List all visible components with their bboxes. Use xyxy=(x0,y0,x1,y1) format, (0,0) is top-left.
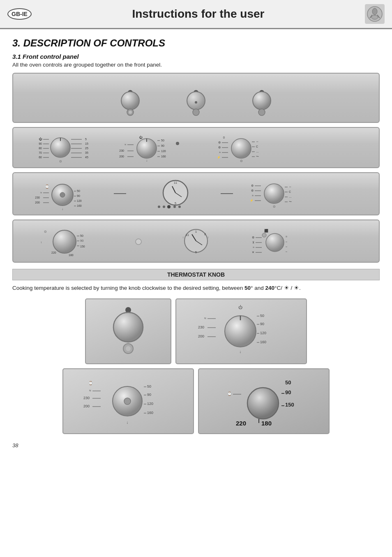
header-icon xyxy=(365,4,385,24)
svg-text:≈: ≈ xyxy=(125,143,126,146)
subsection-text: All the oven controls are grouped togeth… xyxy=(12,62,380,68)
svg-text:〜: 〜 xyxy=(256,155,259,158)
svg-point-136 xyxy=(136,239,141,245)
svg-text:⬛: ⬛ xyxy=(264,229,268,233)
svg-point-14 xyxy=(253,92,271,110)
svg-text:⚙: ⚙ xyxy=(251,184,254,187)
svg-text:…: … xyxy=(289,195,292,198)
control-panel-diagram-2: ⏻ 90 80 70 60 5 15 25 35 45 ⊙ xyxy=(12,127,380,168)
thermostat-image-4: ⌚ 50 90 150 220 180 xyxy=(198,368,330,434)
svg-point-204 xyxy=(247,388,279,419)
svg-text:≈: ≈ xyxy=(253,246,254,249)
svg-text:⚡: ⚡ xyxy=(250,199,254,202)
svg-text:⚙: ⚙ xyxy=(252,236,254,239)
svg-text:⏻: ⏻ xyxy=(39,137,42,141)
svg-text:60: 60 xyxy=(39,156,42,159)
svg-text:↑: ↑ xyxy=(41,241,42,244)
svg-point-15 xyxy=(258,109,265,116)
svg-text:≈: ≈ xyxy=(252,194,254,197)
svg-text:=: = xyxy=(286,235,287,238)
svg-text:180: 180 xyxy=(69,254,74,257)
svg-text:〜: 〜 xyxy=(289,200,292,203)
page-number: 38 xyxy=(12,442,380,448)
svg-text:230: 230 xyxy=(83,396,90,400)
svg-text:220: 220 xyxy=(236,420,246,427)
svg-text:160: 160 xyxy=(161,155,166,158)
svg-text:5: 5 xyxy=(195,251,197,254)
svg-text:C: C xyxy=(289,190,291,193)
svg-text:160: 160 xyxy=(260,340,266,344)
svg-text:⊙: ⊙ xyxy=(59,159,62,163)
svg-text:15: 15 xyxy=(85,142,88,145)
svg-text:⏻: ⏻ xyxy=(139,136,143,139)
svg-point-2 xyxy=(371,15,378,19)
page-header: GB-IE Instructions for the user xyxy=(0,0,392,29)
section-title: 3. DESCRIPTION OF CONTROLS xyxy=(12,37,380,49)
svg-text:230: 230 xyxy=(35,196,40,199)
country-logo: GB-IE xyxy=(7,8,32,20)
svg-text:⚙: ⚙ xyxy=(251,189,254,192)
svg-point-105 xyxy=(178,206,181,208)
svg-point-6 xyxy=(121,92,139,110)
svg-text:✕: ✕ xyxy=(252,251,254,254)
svg-text:90: 90 xyxy=(147,393,151,397)
svg-text:–: – xyxy=(286,250,287,253)
svg-text:5: 5 xyxy=(175,202,176,205)
svg-text:≈: ≈ xyxy=(204,316,206,320)
svg-point-101 xyxy=(158,206,160,208)
svg-text:↓: ↓ xyxy=(240,349,242,354)
svg-point-102 xyxy=(163,206,165,208)
svg-text:↔: ↔ xyxy=(289,185,292,188)
svg-text:⚡: ⚡ xyxy=(217,155,221,159)
control-panel-diagram-3: ⌚ ≈ 230 200 50 90 120 160 ↓ 11 5 xyxy=(12,172,380,215)
svg-text:5: 5 xyxy=(85,138,87,141)
svg-text:160: 160 xyxy=(147,411,153,415)
svg-text:50: 50 xyxy=(77,190,80,192)
svg-text:⊙: ⊙ xyxy=(273,205,276,208)
svg-text:⊙: ⊙ xyxy=(240,159,243,163)
svg-point-127 xyxy=(53,230,76,253)
svg-point-192 xyxy=(124,398,131,404)
control-panel-diagram-1 xyxy=(12,73,380,123)
svg-text:230: 230 xyxy=(119,149,124,152)
svg-point-8 xyxy=(129,111,132,114)
svg-text:230: 230 xyxy=(198,325,204,329)
svg-text:1: 1 xyxy=(195,230,197,233)
main-content: 3. DESCRIPTION OF CONTROLS 3.1 Front con… xyxy=(0,29,392,461)
svg-text:11: 11 xyxy=(186,233,189,236)
svg-point-156 xyxy=(266,233,284,252)
svg-text:90: 90 xyxy=(285,389,291,395)
svg-text:⊻: ⊻ xyxy=(252,241,254,244)
svg-text:120: 120 xyxy=(161,150,166,153)
thermostat-image-1 xyxy=(85,298,171,364)
svg-text:11: 11 xyxy=(174,181,177,184)
svg-text:…: … xyxy=(256,150,259,153)
svg-text:160: 160 xyxy=(77,204,82,207)
page-title: Instructions for the user xyxy=(32,7,365,21)
svg-point-104 xyxy=(173,206,176,208)
svg-text:25: 25 xyxy=(85,147,88,150)
svg-text:90: 90 xyxy=(80,239,83,243)
svg-text:120: 120 xyxy=(147,402,153,406)
svg-text:200: 200 xyxy=(198,334,204,338)
svg-point-115 xyxy=(264,184,284,203)
svg-text:50: 50 xyxy=(80,234,83,237)
svg-text:90: 90 xyxy=(77,194,80,197)
svg-text:150: 150 xyxy=(80,245,85,248)
svg-point-57 xyxy=(176,142,179,145)
thermostat-description: Cooking temperature is selected by turni… xyxy=(12,284,380,293)
svg-text:50: 50 xyxy=(147,384,151,388)
svg-text:⌚: ⌚ xyxy=(88,381,93,386)
svg-text:⏻: ⏻ xyxy=(238,305,242,310)
subsection-title: 3.1 Front control panel xyxy=(12,53,380,60)
svg-text:⚙: ⚙ xyxy=(218,146,221,149)
svg-text:200: 200 xyxy=(119,155,124,158)
svg-text:C: C xyxy=(256,145,258,148)
thermostat-images: ⏻ ≈ 230 200 50 90 120 160 ↓ xyxy=(12,298,380,364)
svg-text:–: – xyxy=(286,240,287,243)
svg-text:≈: ≈ xyxy=(40,191,42,194)
svg-text:45: 45 xyxy=(85,156,88,159)
svg-text:220: 220 xyxy=(51,251,56,254)
svg-point-103 xyxy=(167,205,171,208)
svg-text:90: 90 xyxy=(39,142,42,145)
